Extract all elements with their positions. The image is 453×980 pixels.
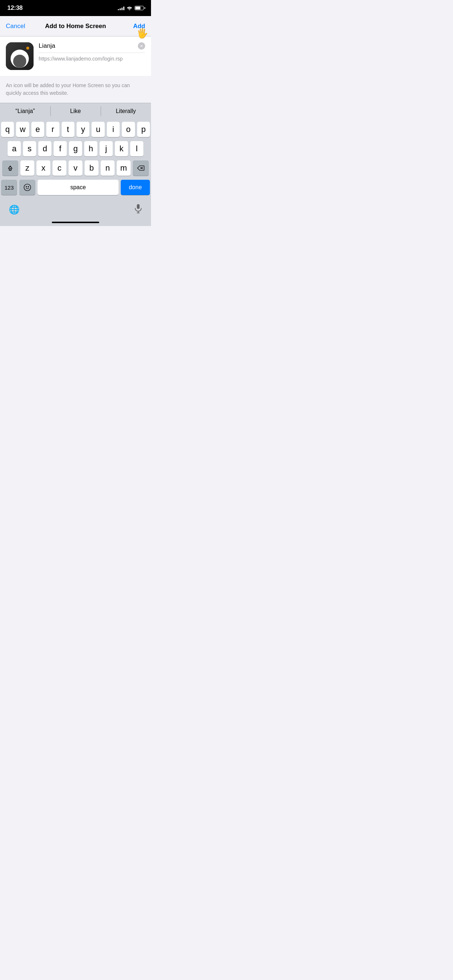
status-icons bbox=[118, 6, 144, 10]
app-url: https://www.lianjademo.com/login.rsp bbox=[39, 53, 145, 62]
key-e[interactable]: e bbox=[31, 122, 44, 137]
key-i[interactable]: i bbox=[107, 122, 120, 137]
nav-bar: Cancel Add to Home Screen Add 🖐 bbox=[0, 16, 151, 37]
key-g[interactable]: g bbox=[69, 141, 82, 156]
bottom-bar: 🌐 bbox=[0, 200, 151, 219]
key-y[interactable]: y bbox=[77, 122, 89, 137]
key-x[interactable]: x bbox=[37, 161, 50, 176]
key-s[interactable]: s bbox=[23, 141, 36, 156]
microphone-icon[interactable] bbox=[134, 204, 142, 215]
done-key[interactable]: done bbox=[121, 180, 150, 195]
key-v[interactable]: v bbox=[69, 161, 83, 176]
key-l[interactable]: l bbox=[130, 141, 144, 156]
key-u[interactable]: u bbox=[91, 122, 104, 137]
suggestion-bar: “Lianja” Like Literally bbox=[0, 103, 151, 119]
svg-point-5 bbox=[28, 186, 29, 187]
key-w[interactable]: w bbox=[16, 122, 29, 137]
key-q[interactable]: q bbox=[1, 122, 14, 137]
keyboard: q w e r t y u i o p a s d f g h j k l z … bbox=[0, 119, 151, 200]
key-z[interactable]: z bbox=[21, 161, 34, 176]
app-name-input[interactable] bbox=[39, 42, 138, 49]
wifi-icon bbox=[126, 6, 132, 10]
suggestion-item-0[interactable]: “Lianja” bbox=[0, 103, 50, 119]
key-k[interactable]: k bbox=[115, 141, 128, 156]
svg-rect-6 bbox=[137, 204, 139, 209]
shift-key[interactable] bbox=[2, 161, 18, 176]
app-info: https://www.lianjademo.com/login.rsp bbox=[39, 42, 145, 62]
description-text: An icon will be added to your Home Scree… bbox=[6, 82, 145, 97]
key-j[interactable]: j bbox=[100, 141, 113, 156]
key-n[interactable]: n bbox=[100, 161, 115, 176]
add-button[interactable]: Add 🖐 bbox=[120, 22, 145, 30]
app-icon-dot bbox=[26, 47, 29, 49]
description-area: An icon will be added to your Home Scree… bbox=[0, 76, 151, 103]
key-h[interactable]: h bbox=[84, 141, 97, 156]
globe-icon[interactable]: 🌐 bbox=[9, 205, 20, 215]
home-indicator bbox=[0, 219, 151, 226]
svg-rect-0 bbox=[9, 169, 11, 170]
home-bar bbox=[52, 222, 99, 223]
key-p[interactable]: p bbox=[137, 122, 150, 137]
key-m[interactable]: m bbox=[117, 161, 131, 176]
numbers-key[interactable]: 123 bbox=[1, 180, 17, 195]
emoji-key[interactable] bbox=[19, 180, 35, 195]
key-row-2: a s d f g h j k l bbox=[1, 141, 150, 156]
app-name-row bbox=[39, 42, 145, 53]
key-row-3: z x c v b n m bbox=[1, 161, 150, 176]
svg-point-4 bbox=[26, 186, 27, 187]
app-row: https://www.lianjademo.com/login.rsp bbox=[0, 37, 151, 76]
key-o[interactable]: o bbox=[122, 122, 135, 137]
key-r[interactable]: r bbox=[46, 122, 59, 137]
signal-icon bbox=[118, 6, 124, 10]
key-f[interactable]: f bbox=[54, 141, 67, 156]
status-bar: 12:38 bbox=[0, 0, 151, 16]
cancel-button[interactable]: Cancel bbox=[6, 22, 31, 30]
key-row-1: q w e r t y u i o p bbox=[1, 122, 150, 137]
battery-icon bbox=[135, 6, 144, 10]
status-time: 12:38 bbox=[7, 5, 22, 12]
app-icon-face bbox=[11, 49, 29, 68]
suggestion-item-2[interactable]: Literally bbox=[100, 103, 151, 119]
svg-point-3 bbox=[24, 184, 30, 191]
app-icon bbox=[6, 42, 33, 70]
page-title: Add to Home Screen bbox=[45, 22, 106, 30]
key-a[interactable]: a bbox=[8, 141, 21, 156]
key-c[interactable]: c bbox=[53, 161, 66, 176]
key-row-4: 123 space done bbox=[1, 180, 150, 195]
key-b[interactable]: b bbox=[85, 161, 99, 176]
space-key[interactable]: space bbox=[38, 180, 118, 195]
suggestion-item-1[interactable]: Like bbox=[50, 103, 100, 119]
key-d[interactable]: d bbox=[38, 141, 51, 156]
clear-button[interactable] bbox=[138, 42, 145, 49]
key-t[interactable]: t bbox=[62, 122, 74, 137]
delete-key[interactable] bbox=[133, 161, 149, 176]
